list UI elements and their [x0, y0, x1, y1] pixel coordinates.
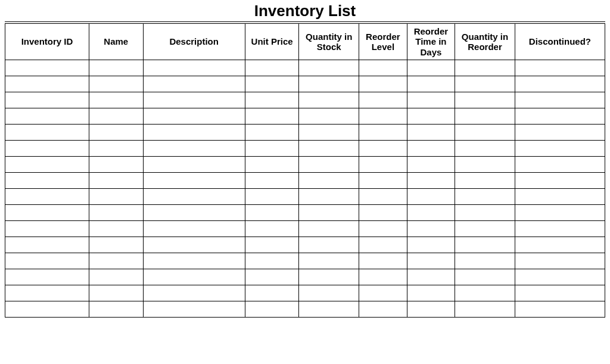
cell-discontinued[interactable] — [515, 301, 605, 317]
cell-name[interactable] — [89, 220, 143, 237]
cell-quantity_in_stock[interactable] — [299, 60, 359, 76]
cell-unit_price[interactable] — [245, 253, 299, 269]
cell-name[interactable] — [89, 269, 143, 285]
cell-reorder_time_in_days[interactable] — [407, 269, 455, 285]
cell-reorder_level[interactable] — [359, 188, 407, 204]
cell-description[interactable] — [143, 269, 245, 285]
cell-name[interactable] — [89, 237, 143, 253]
cell-unit_price[interactable] — [245, 172, 299, 188]
cell-inventory_id[interactable] — [5, 76, 89, 92]
cell-quantity_in_reorder[interactable] — [455, 188, 515, 204]
cell-description[interactable] — [143, 172, 245, 188]
cell-description[interactable] — [143, 124, 245, 140]
cell-description[interactable] — [143, 60, 245, 76]
cell-reorder_time_in_days[interactable] — [407, 188, 455, 204]
cell-discontinued[interactable] — [515, 253, 605, 269]
cell-description[interactable] — [143, 253, 245, 269]
cell-name[interactable] — [89, 140, 143, 156]
cell-quantity_in_reorder[interactable] — [455, 204, 515, 220]
cell-name[interactable] — [89, 108, 143, 124]
cell-quantity_in_reorder[interactable] — [455, 301, 515, 317]
cell-reorder_time_in_days[interactable] — [407, 220, 455, 237]
cell-quantity_in_reorder[interactable] — [455, 156, 515, 172]
cell-quantity_in_stock[interactable] — [299, 140, 359, 156]
cell-name[interactable] — [89, 204, 143, 220]
cell-quantity_in_stock[interactable] — [299, 237, 359, 253]
cell-quantity_in_reorder[interactable] — [455, 76, 515, 92]
cell-quantity_in_stock[interactable] — [299, 253, 359, 269]
cell-name[interactable] — [89, 301, 143, 317]
cell-quantity_in_stock[interactable] — [299, 124, 359, 140]
cell-reorder_time_in_days[interactable] — [407, 204, 455, 220]
cell-discontinued[interactable] — [515, 108, 605, 124]
cell-description[interactable] — [143, 237, 245, 253]
cell-quantity_in_stock[interactable] — [299, 204, 359, 220]
cell-name[interactable] — [89, 156, 143, 172]
cell-quantity_in_stock[interactable] — [299, 285, 359, 301]
cell-reorder_level[interactable] — [359, 124, 407, 140]
cell-reorder_time_in_days[interactable] — [407, 76, 455, 92]
cell-reorder_level[interactable] — [359, 237, 407, 253]
cell-discontinued[interactable] — [515, 204, 605, 220]
cell-inventory_id[interactable] — [5, 269, 89, 285]
cell-discontinued[interactable] — [515, 92, 605, 108]
cell-discontinued[interactable] — [515, 220, 605, 237]
cell-unit_price[interactable] — [245, 92, 299, 108]
cell-reorder_time_in_days[interactable] — [407, 301, 455, 317]
cell-discontinued[interactable] — [515, 269, 605, 285]
cell-name[interactable] — [89, 124, 143, 140]
cell-discontinued[interactable] — [515, 124, 605, 140]
cell-quantity_in_reorder[interactable] — [455, 269, 515, 285]
cell-discontinued[interactable] — [515, 140, 605, 156]
cell-unit_price[interactable] — [245, 140, 299, 156]
cell-reorder_time_in_days[interactable] — [407, 92, 455, 108]
cell-unit_price[interactable] — [245, 301, 299, 317]
cell-name[interactable] — [89, 188, 143, 204]
cell-discontinued[interactable] — [515, 188, 605, 204]
cell-quantity_in_stock[interactable] — [299, 92, 359, 108]
cell-description[interactable] — [143, 108, 245, 124]
cell-inventory_id[interactable] — [5, 92, 89, 108]
cell-reorder_level[interactable] — [359, 301, 407, 317]
cell-reorder_time_in_days[interactable] — [407, 140, 455, 156]
cell-inventory_id[interactable] — [5, 124, 89, 140]
cell-quantity_in_reorder[interactable] — [455, 92, 515, 108]
cell-description[interactable] — [143, 220, 245, 237]
cell-reorder_level[interactable] — [359, 92, 407, 108]
cell-reorder_time_in_days[interactable] — [407, 285, 455, 301]
cell-unit_price[interactable] — [245, 124, 299, 140]
cell-discontinued[interactable] — [515, 237, 605, 253]
cell-name[interactable] — [89, 285, 143, 301]
cell-discontinued[interactable] — [515, 76, 605, 92]
cell-quantity_in_reorder[interactable] — [455, 253, 515, 269]
cell-quantity_in_stock[interactable] — [299, 156, 359, 172]
cell-name[interactable] — [89, 253, 143, 269]
cell-unit_price[interactable] — [245, 204, 299, 220]
cell-quantity_in_stock[interactable] — [299, 301, 359, 317]
cell-reorder_time_in_days[interactable] — [407, 60, 455, 76]
cell-discontinued[interactable] — [515, 156, 605, 172]
cell-quantity_in_reorder[interactable] — [455, 124, 515, 140]
cell-reorder_level[interactable] — [359, 220, 407, 237]
cell-reorder_level[interactable] — [359, 172, 407, 188]
cell-quantity_in_reorder[interactable] — [455, 220, 515, 237]
cell-unit_price[interactable] — [245, 188, 299, 204]
cell-description[interactable] — [143, 92, 245, 108]
cell-discontinued[interactable] — [515, 172, 605, 188]
cell-inventory_id[interactable] — [5, 285, 89, 301]
cell-unit_price[interactable] — [245, 269, 299, 285]
cell-description[interactable] — [143, 285, 245, 301]
cell-unit_price[interactable] — [245, 76, 299, 92]
cell-description[interactable] — [143, 76, 245, 92]
cell-name[interactable] — [89, 92, 143, 108]
cell-quantity_in_stock[interactable] — [299, 269, 359, 285]
cell-quantity_in_stock[interactable] — [299, 76, 359, 92]
cell-reorder_level[interactable] — [359, 156, 407, 172]
cell-name[interactable] — [89, 172, 143, 188]
cell-inventory_id[interactable] — [5, 172, 89, 188]
cell-inventory_id[interactable] — [5, 60, 89, 76]
cell-reorder_time_in_days[interactable] — [407, 124, 455, 140]
cell-discontinued[interactable] — [515, 60, 605, 76]
cell-description[interactable] — [143, 204, 245, 220]
cell-reorder_time_in_days[interactable] — [407, 156, 455, 172]
